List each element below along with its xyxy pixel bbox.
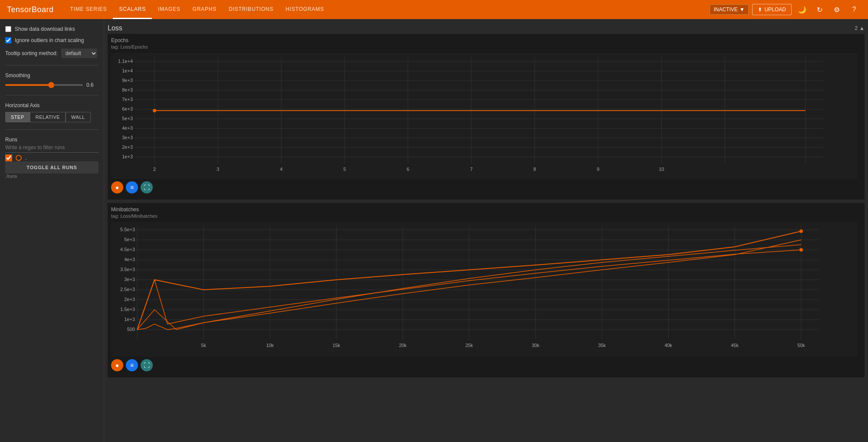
axis-label: Horizontal Axis: [5, 102, 99, 108]
svg-text:6e+3: 6e+3: [122, 106, 133, 111]
run-item: .: [5, 154, 99, 161]
epochs-chart-tag: tag: Loss/Epochs: [111, 44, 861, 49]
nav-images[interactable]: IMAGES: [152, 0, 186, 19]
minibatches-chart-svg: 500 1e+3 1.5e+3 2e+3 2.5e+3 3e+3 3.5e+3 …: [111, 222, 858, 357]
svg-text:20k: 20k: [399, 343, 407, 348]
mini-x-labels: 5k 10k 15k 20k 25k 30k 35k 40k 45k 50k: [201, 343, 805, 348]
svg-text:25k: 25k: [465, 343, 473, 348]
smoothing-section: Smoothing 0.6: [5, 72, 99, 88]
show-download-links-row[interactable]: Show data download links: [5, 26, 99, 32]
status-label: INACTIVE: [713, 7, 737, 13]
epochs-chart-svg: 1e+3 2e+3 3e+3 4e+3 5e+3 6e+3 7e+3 8e+3 …: [111, 53, 858, 179]
runs-section: Runs . TOGGLE ALL RUNS ./runs: [5, 137, 99, 179]
epochs-chart-title: Epochs: [111, 37, 861, 43]
svg-text:2: 2: [153, 167, 156, 172]
svg-text:1e+3: 1e+3: [124, 317, 135, 322]
nav-graphs[interactable]: GRAPHS: [187, 0, 223, 19]
topnav-right: INACTIVE ▼ ⬆ UPLOAD 🌙 ↻ ⚙ ?: [710, 3, 861, 16]
ignore-outliers-row[interactable]: Ignore outliers in chart scaling: [5, 37, 99, 43]
svg-text:3: 3: [217, 167, 219, 172]
axis-relative-button[interactable]: RELATIVE: [30, 112, 66, 122]
smoothing-value: 0.6: [86, 82, 99, 88]
fit-button-mini[interactable]: ●: [111, 359, 123, 371]
divider-1: [5, 65, 99, 65]
dark-mode-button[interactable]: 🌙: [795, 3, 809, 16]
upload-button[interactable]: ⬆ UPLOAD: [752, 4, 792, 15]
expand-button-mini[interactable]: ⛶: [141, 359, 153, 371]
smoothing-row: 0.6: [5, 82, 99, 88]
toggle-all-runs-button[interactable]: TOGGLE ALL RUNS: [5, 161, 99, 174]
list-icon: ≡: [130, 184, 134, 191]
panel-expand[interactable]: 2 ▲: [855, 25, 865, 31]
runs-label: Runs: [5, 137, 99, 143]
ignore-outliers-checkbox[interactable]: [5, 37, 11, 43]
fit-icon-mini: ●: [115, 362, 119, 369]
svg-text:5e+3: 5e+3: [124, 237, 135, 242]
svg-text:10: 10: [659, 167, 664, 172]
sidebar: Show data download links Ignore outliers…: [0, 19, 104, 442]
smoothing-label: Smoothing: [5, 72, 99, 79]
divider-2: [5, 95, 99, 95]
svg-text:1.5e+3: 1.5e+3: [120, 307, 135, 312]
help-button[interactable]: ?: [847, 3, 861, 16]
svg-text:30k: 30k: [532, 343, 539, 348]
axis-step-button[interactable]: STEP: [5, 112, 30, 122]
svg-text:2.5e+3: 2.5e+3: [120, 287, 135, 292]
svg-text:35k: 35k: [598, 343, 606, 348]
svg-text:3.5e+3: 3.5e+3: [120, 267, 135, 272]
panel-header: Loss 2 ▲: [104, 23, 868, 34]
svg-text:5: 5: [343, 167, 346, 172]
chevron-up-icon: ▲: [859, 25, 865, 31]
axis-buttons: STEP RELATIVE WALL: [5, 112, 99, 122]
list-button-epochs[interactable]: ≡: [126, 181, 138, 193]
divider-3: [5, 129, 99, 130]
tooltip-sort-select[interactable]: default: [61, 49, 97, 58]
run-name-label: .: [25, 155, 26, 161]
svg-text:10k: 10k: [266, 343, 274, 348]
svg-text:8: 8: [533, 167, 536, 172]
nav-time-series[interactable]: TIME SERIES: [64, 0, 113, 19]
show-download-links-checkbox[interactable]: [5, 26, 11, 32]
svg-text:7: 7: [470, 167, 473, 172]
svg-text:1e+4: 1e+4: [122, 68, 133, 73]
y-axis-labels: 1e+3 2e+3 3e+3 4e+3 5e+3 6e+3 7e+3 8e+3 …: [118, 59, 133, 159]
run-checkbox[interactable]: [5, 154, 12, 161]
epochs-chart-area: 1e+3 2e+3 3e+3 4e+3 5e+3 6e+3 7e+3 8e+3 …: [111, 53, 861, 179]
nav-distributions[interactable]: DISTRIBUTIONS: [223, 0, 279, 19]
nav-scalars[interactable]: SCALARS: [113, 0, 152, 19]
runs-filter-input[interactable]: [5, 143, 99, 153]
minibatches-chart-title: Minibatches: [111, 206, 861, 213]
refresh-button[interactable]: ↻: [812, 3, 826, 16]
svg-text:45k: 45k: [731, 343, 739, 348]
fit-button-epochs[interactable]: ●: [111, 181, 123, 193]
axis-wall-button[interactable]: WALL: [66, 112, 91, 122]
svg-text:3e+3: 3e+3: [124, 277, 135, 282]
svg-text:50k: 50k: [797, 343, 805, 348]
settings-button[interactable]: ⚙: [830, 3, 844, 16]
status-select[interactable]: INACTIVE ▼: [710, 4, 748, 15]
list-button-mini[interactable]: ≡: [126, 359, 138, 371]
svg-text:9: 9: [597, 167, 599, 172]
mini-y-labels: 500 1e+3 1.5e+3 2e+3 2.5e+3 3e+3 3.5e+3 …: [120, 227, 135, 332]
expand-button-epochs[interactable]: ⛶: [141, 181, 153, 193]
smoothing-slider[interactable]: [5, 84, 83, 86]
svg-text:4.5e+3: 4.5e+3: [120, 247, 135, 252]
svg-text:2e+3: 2e+3: [124, 297, 135, 302]
svg-text:9e+3: 9e+3: [122, 78, 133, 83]
svg-text:8e+3: 8e+3: [122, 87, 133, 92]
nav-links: TIME SERIES SCALARS IMAGES GRAPHS DISTRI…: [64, 0, 330, 19]
epochs-chart-container: Epochs tag: Loss/Epochs: [108, 34, 865, 200]
expand-icon-mini: ⛶: [144, 362, 150, 369]
svg-text:7e+3: 7e+3: [122, 97, 133, 102]
svg-point-43: [153, 109, 156, 112]
svg-text:15k: 15k: [332, 343, 340, 348]
panel-title: Loss: [108, 24, 122, 32]
nav-histograms[interactable]: HISTOGRAMS: [279, 0, 330, 19]
mini-dot-1: [799, 229, 803, 233]
run-color-dot: [16, 155, 22, 161]
runs-path: ./runs: [5, 174, 99, 179]
minibatches-chart-container: Minibatches tag: Loss/Minibatches: [108, 203, 865, 377]
mini-dot-2: [799, 248, 803, 252]
minibatches-chart-tag: tag: Loss/Minibatches: [111, 213, 861, 219]
svg-text:1.1e+4: 1.1e+4: [118, 59, 133, 64]
